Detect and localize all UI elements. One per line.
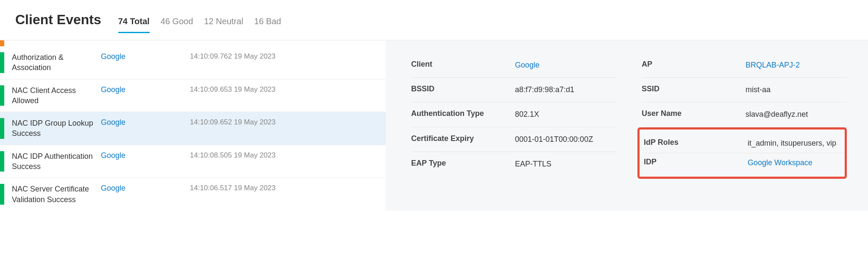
detail-label-bssid: BSSID [411,85,515,93]
idp-roles-highlight: IdP Roles it_admin, itsuperusers, vip ID… [637,127,847,179]
event-name: NAC Client Access Allowed [12,85,101,106]
event-timestamp: 14:10:06.517 19 May 2023 [190,184,275,192]
status-bar-icon [0,40,4,46]
event-source-link[interactable]: Google [101,118,125,127]
event-row[interactable]: Authorization & Association Google 14:10… [0,46,386,79]
detail-label-auth-type: Authentication Type [411,109,515,118]
event-name: NAC IDP Group Lookup Success [12,118,101,139]
event-timestamp: 14:10:08.505 19 May 2023 [190,151,275,160]
status-bar-icon [0,52,4,73]
event-source-link[interactable]: Google [101,184,125,192]
content: Authorization & Association Google 14:10… [0,40,868,211]
detail-link-ap[interactable]: BRQLAB-APJ-2 [746,61,800,69]
detail-value-bssid: a8:f7:d9:98:a7:d1 [515,85,616,95]
detail-label-username: User Name [642,109,746,118]
tab-bad[interactable]: 16 Bad [254,17,281,32]
details-right-column: AP BRQLAB-APJ-2 SSID mist-aa User Name s… [642,53,847,179]
event-timestamp: 14:10:09.653 19 May 2023 [190,85,275,94]
event-timestamp: 14:10:09.762 19 May 2023 [190,52,275,61]
tab-good[interactable]: 46 Good [161,17,193,32]
details-left-column: Client Google BSSID a8:f7:d9:98:a7:d1 Au… [411,53,616,179]
event-source-link[interactable]: Google [101,151,125,160]
detail-label-ap: AP [642,60,746,69]
event-name: Authorization & Association [12,52,101,73]
detail-value-auth-type: 802.1X [515,109,616,120]
event-source-link[interactable]: Google [101,85,125,94]
detail-label-ssid: SSID [642,85,746,93]
event-row[interactable]: NAC IDP Authentication Success Google 14… [0,145,386,178]
detail-label-cert-expiry: Certificate Expiry [411,134,515,143]
events-list: Authorization & Association Google 14:10… [0,40,386,211]
event-timestamp: 14:10:09.652 19 May 2023 [190,118,275,127]
tab-neutral[interactable]: 12 Neutral [204,17,243,32]
page-title: Client Events [15,12,101,28]
detail-label-eap-type: EAP Type [411,159,515,168]
status-bar-icon [0,184,4,205]
filter-tabs: 74 Total 46 Good 12 Neutral 16 Bad [118,17,281,32]
event-row-selected[interactable]: NAC IDP Group Lookup Success Google 14:1… [0,112,386,145]
status-bar-icon [0,85,4,106]
event-name: NAC Server Certificate Validation Succes… [12,184,101,205]
event-row-partial[interactable] [0,40,386,46]
detail-value-cert-expiry: 0001-01-01T00:00:00Z [515,134,616,145]
event-row[interactable]: NAC Client Access Allowed Google 14:10:0… [0,79,386,113]
detail-value-ssid: mist-aa [746,85,847,95]
status-bar-icon [0,151,4,172]
detail-value-username: slava@deaflyz.net [746,109,847,120]
header: Client Events 74 Total 46 Good 12 Neutra… [0,0,868,40]
event-details-panel: Client Google BSSID a8:f7:d9:98:a7:d1 Au… [386,40,868,211]
detail-value-eap-type: EAP-TTLS [515,159,616,169]
event-source-link[interactable]: Google [101,52,125,61]
tab-total[interactable]: 74 Total [118,17,150,32]
detail-link-client[interactable]: Google [515,61,540,69]
detail-label-client: Client [411,60,515,69]
detail-label-idp-roles: IdP Roles [644,138,748,147]
event-name: NAC IDP Authentication Success [12,151,101,172]
detail-label-idp: IDP [644,158,748,166]
status-bar-icon [0,118,4,139]
event-row[interactable]: NAC Server Certificate Validation Succes… [0,178,386,211]
detail-value-idp-roles: it_admin, itsuperusers, vip [748,138,845,149]
detail-link-idp[interactable]: Google Workspace [748,158,812,167]
